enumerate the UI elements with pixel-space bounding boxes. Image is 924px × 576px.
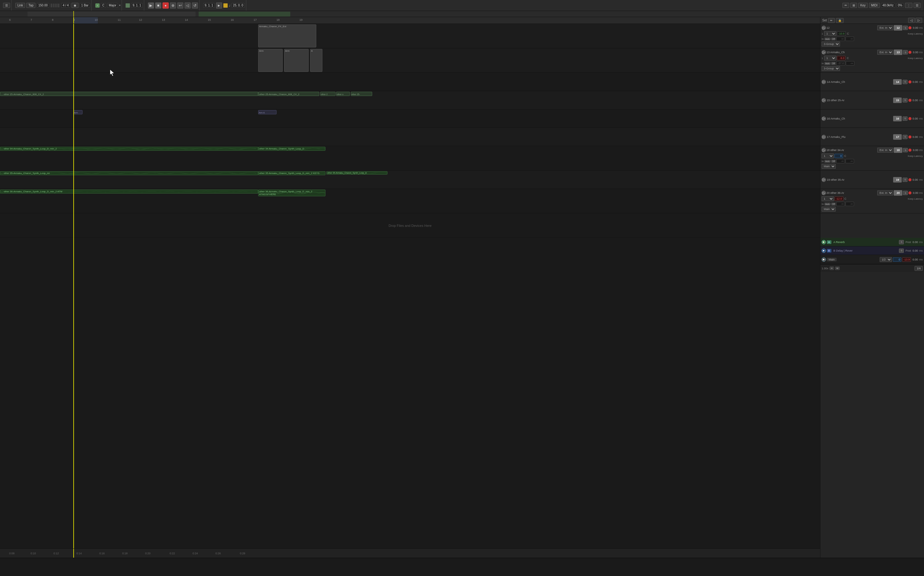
- main-fader[interactable]: 0: [893, 258, 902, 262]
- ch20-play[interactable]: ▷: [822, 191, 826, 195]
- ch13-input-select[interactable]: Ext. In: [877, 50, 893, 55]
- send-a-solo[interactable]: S: [899, 240, 904, 244]
- ch18-off[interactable]: Off: [831, 160, 836, 163]
- clip-13-1[interactable]: Arm: [258, 49, 282, 72]
- ch19-arm[interactable]: [908, 178, 911, 181]
- timeline-ruler[interactable]: 6 7 8 9 10 11 12 13 14 15 16 17 18 19: [0, 17, 820, 24]
- ch12-off[interactable]: Off: [831, 38, 836, 40]
- link-button[interactable]: Link: [15, 3, 25, 8]
- ch12-output-select[interactable]: 3-Group: [822, 42, 840, 46]
- ch12-fader[interactable]: -10.6: [837, 32, 846, 36]
- ch17-solo[interactable]: S: [903, 135, 908, 139]
- scale-display[interactable]: Major: [107, 3, 118, 8]
- clip-12-1[interactable]: Armaku_Charon_FX_Ext: [258, 24, 316, 47]
- midi-label-button[interactable]: MIDI: [869, 3, 880, 8]
- ch18-play[interactable]: ▷: [822, 148, 826, 152]
- position2-display[interactable]: 9. 1. 1: [203, 3, 215, 8]
- hamburger-menu[interactable]: ☰: [3, 3, 10, 8]
- main-play[interactable]: ▶: [822, 258, 826, 262]
- back-button[interactable]: ◁: [185, 2, 191, 8]
- ch14-play[interactable]: ▷: [822, 80, 826, 84]
- clip-18-1[interactable]: ... other 34-Armaku_Charon_Synth_Loop_D_…: [0, 147, 258, 151]
- play-button[interactable]: ▶: [148, 2, 154, 8]
- set-next[interactable]: ▷: [916, 18, 922, 23]
- clip-19-2[interactable]: other 35-Armaku_Charon_Synth_Loop_D_min_…: [258, 171, 326, 175]
- ch12-arm[interactable]: [908, 26, 911, 29]
- track-12-clips[interactable]: Armaku_Charon_FX_Ext: [0, 24, 820, 48]
- ch13-play[interactable]: ▷: [822, 50, 826, 54]
- ch18-input-select[interactable]: Ext. In: [877, 148, 893, 152]
- ch20-solo[interactable]: S: [903, 191, 908, 195]
- clip-13-2[interactable]: Arm: [284, 49, 309, 72]
- track-15-clips[interactable]: ... other 25-Armaku_Charon_808_C#_2 othe…: [0, 91, 820, 109]
- position-display[interactable]: 9. 1. 1: [131, 3, 143, 8]
- track-13-clips[interactable]: Arm Arm A: [0, 48, 820, 72]
- ch16-play[interactable]: ▷: [822, 117, 826, 121]
- drop-zone[interactable]: Drop Files and Devices Here: [0, 213, 820, 238]
- bar-display[interactable]: 1 Bar: [80, 3, 90, 8]
- bpm-display[interactable]: 150.00: [37, 3, 49, 8]
- send-a-play[interactable]: ▶: [822, 240, 826, 244]
- ch12-play[interactable]: ▷: [822, 26, 826, 30]
- metronome-button[interactable]: ◉: [72, 3, 78, 8]
- clip-15-5[interactable]: other 25-: [351, 92, 372, 96]
- tempo2-display[interactable]: 25. 0. 0: [231, 3, 245, 8]
- ch12-auto[interactable]: Auto: [824, 38, 830, 40]
- track-17-clips[interactable]: [0, 128, 820, 146]
- time-sig-display[interactable]: 4 / 4: [61, 3, 70, 8]
- ch13-auto[interactable]: Auto: [824, 62, 830, 65]
- ch20-arm[interactable]: [908, 191, 911, 194]
- record-button[interactable]: ●: [163, 2, 169, 8]
- clip-18-2[interactable]: other 34-Armaku_Charon_Synth_Loop_D: [258, 147, 326, 151]
- ch14-solo[interactable]: S: [903, 80, 908, 84]
- zoom-w[interactable]: W: [835, 267, 840, 270]
- pencil-button[interactable]: ✏: [843, 3, 849, 8]
- key-display[interactable]: C: [101, 3, 106, 8]
- ch17-play[interactable]: ▷: [822, 135, 826, 139]
- clip-19-1[interactable]: ... other 35-Armaku_Charon_Synth_Loop_mi: [0, 171, 258, 175]
- stop-button[interactable]: ■: [155, 2, 161, 8]
- ch17-arm[interactable]: [908, 136, 911, 139]
- clip-15-3[interactable]: other 2: [320, 92, 335, 96]
- ch19-play[interactable]: ▷: [822, 178, 826, 182]
- ch18-fader[interactable]: 0: [835, 154, 843, 158]
- bottom-timeline[interactable]: 0:08 0:10 0:12 0:14 0:16 0:18 0:20 0:22 …: [0, 549, 820, 558]
- ch15-arm[interactable]: [908, 99, 911, 102]
- track-20-clips[interactable]: ... other 36-Armaku_Charon_Synth_Loop_D_…: [0, 189, 820, 213]
- tap-button[interactable]: Tap: [26, 3, 35, 8]
- set-lock-button[interactable]: 🔒: [836, 18, 844, 23]
- settings-button[interactable]: ☰: [914, 3, 921, 8]
- play2-button[interactable]: ▶: [216, 2, 222, 8]
- ch13-channel-select[interactable]: 1: [824, 56, 836, 61]
- ch18-output-select[interactable]: Main: [822, 164, 836, 169]
- ch18-auto[interactable]: Auto: [824, 160, 830, 163]
- ch13-fader[interactable]: -9.0: [837, 56, 846, 60]
- key-label-button[interactable]: Key: [858, 3, 868, 8]
- track-19-clips[interactable]: ... other 35-Armaku_Charon_Synth_Loop_mi…: [0, 171, 820, 189]
- clip-15-4[interactable]: other o: [336, 92, 350, 96]
- arrangement-record-button[interactable]: ⊕: [170, 2, 176, 8]
- ch20-auto[interactable]: Auto: [824, 203, 830, 205]
- ch15-play[interactable]: ▷: [822, 98, 826, 102]
- ch20-input-select[interactable]: Ext. In: [877, 190, 893, 195]
- quantize-display[interactable]: 1/4: [914, 266, 923, 271]
- send-b-play[interactable]: ▶: [822, 248, 826, 253]
- tracks-container[interactable]: Armaku_Charon_FX_Ext Arm Arm A: [0, 24, 820, 549]
- ch12-solo[interactable]: S: [903, 26, 908, 30]
- clip-overview[interactable]: [0, 11, 924, 17]
- send-b-solo[interactable]: S: [899, 248, 904, 253]
- cycle-button[interactable]: ↺: [192, 2, 198, 8]
- track-18-clips[interactable]: ... other 34-Armaku_Charon_Synth_Loop_D_…: [0, 146, 820, 170]
- ch20-channel-select[interactable]: 1: [822, 196, 834, 201]
- ch16-solo[interactable]: S: [903, 117, 908, 121]
- main-ratio-select[interactable]: 1/2: [880, 257, 892, 262]
- more-button[interactable]: ⋮: [905, 3, 913, 8]
- clip-20-1[interactable]: ... other 36-Armaku_Charon_Synth_Loop_D_…: [0, 190, 258, 194]
- ch12-channel-select[interactable]: 1: [824, 31, 836, 36]
- track-14-clips[interactable]: [0, 73, 820, 91]
- clip-20-2[interactable]: other 36-Armaku_Charon_Synth_Loop_D_min_…: [258, 190, 326, 196]
- clip-15-long[interactable]: ... other 25-Armaku_Charon_808_C#_2: [0, 92, 258, 96]
- ch20-output-select[interactable]: Main: [822, 207, 836, 211]
- ch18-solo[interactable]: S: [903, 148, 908, 152]
- ch13-arm[interactable]: [908, 51, 911, 54]
